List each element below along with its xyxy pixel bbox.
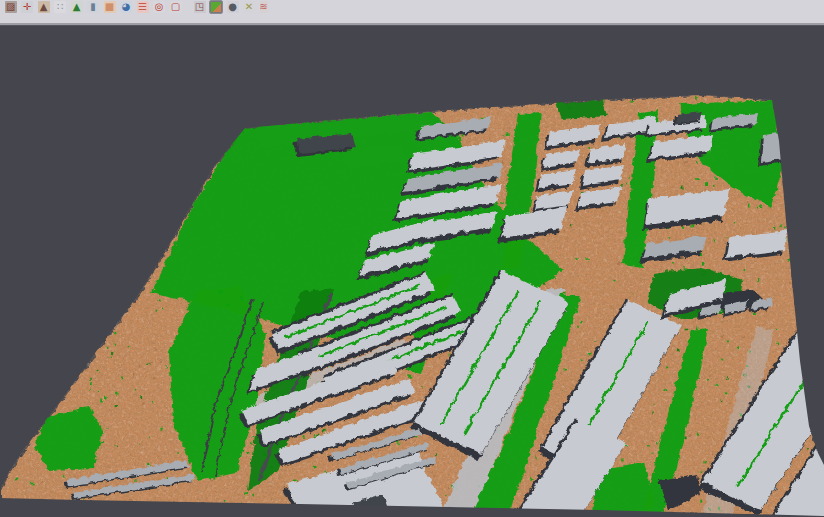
- sphere-render-icon[interactable]: ●: [227, 1, 239, 13]
- zoom-extent-icon-glyph: ▢: [171, 1, 180, 13]
- point-cloud-icon-glyph: ∷: [57, 1, 63, 13]
- target-select-icon[interactable]: ◎: [153, 1, 165, 13]
- vegetation-patch: [34, 405, 102, 469]
- viewport-3d[interactable]: [0, 25, 824, 517]
- elevation-layers-icon-glyph: ☰: [138, 1, 147, 13]
- classification-colors-icon[interactable]: [210, 1, 222, 13]
- building: [757, 128, 800, 165]
- vegetation-patch: [555, 99, 606, 118]
- terrain-mountain-icon-glyph: ▲: [40, 1, 48, 13]
- pan-move-icon[interactable]: ✛: [21, 1, 33, 13]
- application-window: ▨✛▲∷▲▮■◕☰◎▢◳●✕≋: [0, 0, 824, 517]
- measure-icon[interactable]: ✕: [243, 1, 255, 13]
- pan-move-icon-glyph: ✛: [23, 1, 31, 13]
- zoom-extent-icon[interactable]: ▢: [170, 1, 182, 13]
- ortho-view-icon-glyph: ■: [105, 1, 114, 13]
- globe-3d-icon[interactable]: ◕: [120, 1, 132, 13]
- point-cloud-icon[interactable]: ∷: [54, 1, 66, 13]
- elevation-layers-icon[interactable]: ☰: [137, 1, 149, 13]
- target-select-icon-glyph: ◎: [155, 1, 164, 13]
- profile-view-icon-glyph: ▮: [90, 1, 96, 13]
- building-roof: [760, 128, 800, 161]
- clip-region-icon[interactable]: ◳: [194, 1, 206, 13]
- tin-surface-icon[interactable]: ▲: [71, 1, 83, 13]
- terrain-scene: [0, 26, 824, 517]
- tools-icon-glyph: ≋: [260, 1, 268, 13]
- main-toolbar: ▨✛▲∷▲▮■◕☰◎▢◳●✕≋: [0, 0, 824, 25]
- tools-icon[interactable]: ≋: [260, 1, 268, 13]
- open-file-icon-glyph: ▨: [6, 1, 15, 13]
- terrain-mountain-icon[interactable]: ▲: [38, 1, 50, 13]
- open-file-icon[interactable]: ▨: [5, 1, 17, 13]
- scene-canvas: [0, 26, 824, 517]
- measure-icon-glyph: ✕: [245, 1, 253, 13]
- clip-region-icon-glyph: ◳: [195, 1, 204, 13]
- profile-view-icon[interactable]: ▮: [87, 1, 99, 13]
- ortho-view-icon[interactable]: ■: [104, 1, 116, 13]
- sphere-render-icon-glyph: ●: [228, 1, 237, 13]
- tin-surface-icon-glyph: ▲: [73, 1, 81, 13]
- globe-3d-icon-glyph: ◕: [122, 1, 131, 13]
